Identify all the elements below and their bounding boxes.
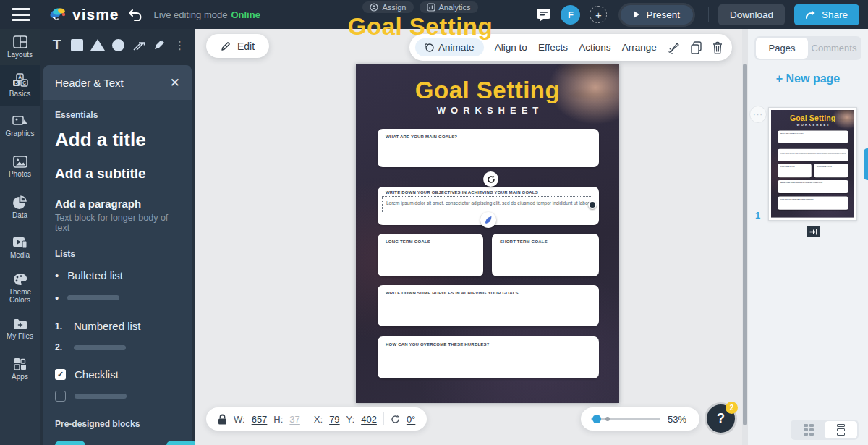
width-value[interactable]: 657: [252, 414, 268, 425]
add-collaborator-button[interactable]: +: [590, 6, 607, 23]
hurdles-box[interactable]: WRITE DOWN SOME HURDLES IN ACHIEVING YOU…: [378, 285, 599, 326]
sidebar-item-photos[interactable]: Photos: [0, 146, 40, 187]
sidebar-item-theme-colors[interactable]: Theme Colors: [0, 268, 40, 308]
actions-menu[interactable]: Actions: [579, 42, 610, 53]
sidebar-item-graphics[interactable]: Graphics: [0, 106, 40, 146]
predesigned-block-image-left[interactable]: [55, 441, 126, 445]
add-subtitle-item[interactable]: Add a subtitle: [55, 166, 180, 182]
analytics-button[interactable]: Analytics: [420, 1, 478, 13]
page-options-button[interactable]: ···: [749, 106, 767, 123]
line-tool-button[interactable]: [132, 36, 146, 54]
triangle-tool-button[interactable]: [90, 36, 105, 54]
circle-icon: [112, 39, 124, 51]
help-button[interactable]: ? 2: [707, 404, 735, 433]
delete-trash-icon[interactable]: [712, 41, 723, 54]
sidebar-item-apps[interactable]: Apps: [0, 349, 40, 389]
sidebar-item-my-files[interactable]: My Files: [0, 308, 40, 349]
worksheet-subtitle[interactable]: WORKSHEET: [356, 105, 619, 116]
bulleted-list-item[interactable]: • Bulleted list: [55, 269, 180, 281]
close-icon[interactable]: ✕: [170, 75, 180, 90]
sidebar-item-basics[interactable]: A B C Basics: [0, 65, 40, 106]
divider: [307, 412, 307, 425]
comments-icon[interactable]: [536, 8, 551, 22]
effects-menu[interactable]: Effects: [538, 42, 568, 53]
predesigned-heading: Pre-designed blocks: [55, 419, 180, 429]
animate-tab[interactable]: Animate: [415, 38, 484, 56]
circle-tool-button[interactable]: [111, 36, 125, 54]
bullet-icon: •: [55, 292, 59, 304]
checklist-item[interactable]: ✓ Checklist: [55, 368, 180, 381]
align-to-menu[interactable]: Align to: [495, 42, 527, 53]
download-button[interactable]: Download: [718, 4, 785, 25]
project-title[interactable]: Goal Setting: [326, 13, 515, 41]
text-tool-button[interactable]: T: [50, 36, 64, 54]
overcome-box[interactable]: HOW CAN YOU OVERCOME THESE HURDLES?: [378, 336, 599, 378]
panel-edge-tab[interactable]: [864, 148, 868, 180]
sidebar-item-layouts[interactable]: Layouts: [0, 29, 40, 65]
rotation-value[interactable]: 0°: [407, 414, 415, 425]
visme-wordmark: visme: [72, 6, 119, 23]
width-label: W:: [234, 414, 245, 425]
style-brush-icon[interactable]: [668, 41, 681, 54]
document-page[interactable]: Goal Setting WORKSHEET WHAT ARE YOUR MAI…: [356, 64, 619, 403]
photos-icon: [13, 156, 27, 168]
duplicate-icon[interactable]: [690, 41, 702, 54]
undo-icon[interactable]: [128, 8, 142, 21]
height-value[interactable]: 37: [289, 414, 299, 425]
canvas-area: Edit Animate Align to Effects Actions Ar…: [195, 29, 742, 445]
add-title-item[interactable]: Add a title: [55, 129, 180, 151]
element-status-bar: W: 657 H: 37 X: 79 Y: 402 0°: [206, 407, 427, 431]
predesigned-block-image-right[interactable]: [126, 441, 195, 445]
arrange-menu[interactable]: Arrange: [622, 42, 657, 53]
sidebar-item-data[interactable]: Data: [0, 187, 40, 227]
add-paragraph-item[interactable]: Add a paragraph: [55, 198, 180, 210]
visme-logo[interactable]: visme: [49, 6, 119, 23]
grid-view-button[interactable]: [792, 421, 825, 438]
worksheet-title[interactable]: Goal Setting: [356, 77, 619, 104]
panel-title: Header & Text: [55, 77, 124, 89]
svg-text:C: C: [22, 80, 26, 85]
edit-button[interactable]: Edit: [206, 34, 269, 58]
numbered-list-item[interactable]: 1. Numbered list: [55, 320, 180, 332]
goals-box[interactable]: WHAT ARE YOUR MAIN GOALS?: [378, 129, 599, 167]
x-value[interactable]: 79: [329, 414, 339, 425]
zoom-level[interactable]: 53%: [668, 414, 686, 425]
list-view-button[interactable]: [825, 421, 857, 438]
lock-icon[interactable]: [218, 414, 227, 425]
panel-header: Header & Text ✕: [43, 65, 192, 100]
scrollbar-thumb[interactable]: [743, 64, 747, 425]
selected-text-element[interactable]: Lorem ipsum dolor sit amet, consectetur …: [382, 196, 592, 213]
assign-button[interactable]: Assign: [362, 1, 413, 13]
rotate-handle[interactable]: [483, 171, 498, 187]
zoom-slider[interactable]: [591, 418, 660, 420]
triangle-icon: [90, 39, 105, 51]
numbered-list-ghost: 2.: [55, 342, 180, 352]
divider: [383, 412, 384, 425]
zoom-slider-thumb[interactable]: [592, 415, 601, 423]
ai-quill-button[interactable]: [480, 212, 496, 228]
sidebar-item-media[interactable]: Media: [0, 227, 40, 268]
tab-comments[interactable]: Comments: [808, 38, 860, 59]
avatar[interactable]: F: [561, 5, 580, 25]
y-value[interactable]: 402: [361, 414, 377, 425]
present-button[interactable]: Present: [621, 5, 693, 25]
menu-icon[interactable]: [12, 8, 30, 21]
visme-editor: visme Live editing modeOnline Goal Setti…: [0, 0, 868, 445]
tab-pages[interactable]: Pages: [756, 38, 808, 59]
share-button[interactable]: Share: [794, 4, 859, 25]
page-thumbnail[interactable]: Goal Setting WORKSHEET WHAT ARE YOUR MAI…: [768, 107, 857, 221]
height-label: H:: [273, 414, 283, 425]
square-tool-button[interactable]: [70, 36, 84, 54]
pen-tool-button[interactable]: [153, 36, 166, 54]
zoom-fit-marker: [605, 417, 610, 421]
short-term-goals-box[interactable]: SHORT TERM GOALS: [492, 234, 599, 276]
page-transition-button[interactable]: [807, 226, 820, 237]
paragraph-hint: Text block for longer body of text: [55, 213, 180, 233]
theme-colors-icon: [13, 273, 27, 286]
long-term-goals-box[interactable]: LONG TERM GOALS: [378, 234, 483, 276]
placeholder-bar: [67, 295, 119, 300]
top-bar: visme Live editing modeOnline Goal Setti…: [0, 0, 868, 29]
resize-handle[interactable]: [588, 200, 597, 209]
new-page-button[interactable]: + New page: [748, 72, 868, 85]
more-tools-button[interactable]: ⋮: [173, 36, 187, 54]
